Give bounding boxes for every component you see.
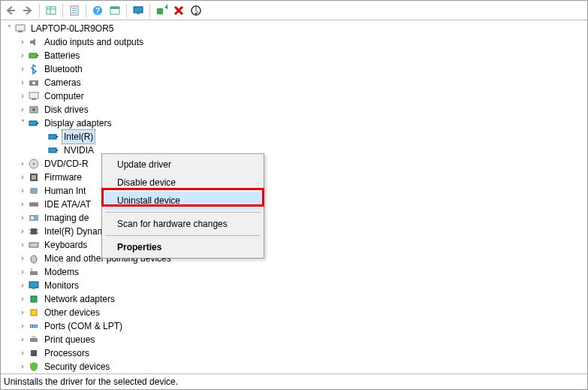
chevron-right-icon[interactable]: ›	[17, 334, 28, 345]
tree-root[interactable]: ˅ LAPTOP-0LJR9OR5	[2, 22, 587, 35]
chevron-right-icon[interactable]: ›	[17, 294, 28, 304]
tree-item-label[interactable]: Processors	[43, 346, 91, 360]
tree-item-label[interactable]: Batteries	[43, 49, 81, 62]
tree-item-label[interactable]: DVD/CD-R	[43, 157, 90, 171]
tree-item-label[interactable]: Ports (COM & LPT)	[43, 319, 124, 333]
chevron-right-icon[interactable]: ›	[17, 64, 28, 74]
svg-rect-16	[16, 25, 25, 31]
tree-item-label[interactable]: Computer	[43, 89, 86, 103]
status-bar: Uninstalls the driver for the selected d…	[1, 374, 587, 389]
computer-icon	[28, 90, 40, 102]
chevron-right-icon[interactable]: ›	[17, 321, 28, 331]
tree-item-label[interactable]: Modems	[43, 265, 80, 279]
tree-item[interactable]: › Disk drives	[2, 103, 587, 116]
tree-item[interactable]: › Computer	[2, 89, 587, 103]
menu-disable-device[interactable]: Disable device	[104, 174, 262, 192]
scan-button[interactable]	[188, 2, 204, 19]
svg-rect-59	[32, 336, 36, 338]
tree-item-label[interactable]: Keyboards	[43, 238, 89, 252]
tree-item-label[interactable]: Other devices	[43, 306, 101, 319]
svg-rect-10	[110, 7, 119, 9]
tree-item[interactable]: › Intel(R) Dynamic Platform and Thermal …	[2, 225, 587, 238]
chevron-right-icon[interactable]: ›	[17, 307, 28, 318]
tree-item-label[interactable]: Security devices	[43, 360, 111, 373]
action-button[interactable]	[107, 2, 123, 19]
chevron-right-icon[interactable]: ›	[17, 91, 28, 101]
tree-item[interactable]: › Batteries	[2, 49, 587, 62]
tree-item-label[interactable]: NVIDIA	[62, 144, 95, 157]
tree-item[interactable]: › Cameras	[2, 76, 587, 89]
chevron-right-icon[interactable]: ›	[17, 213, 28, 223]
view-button[interactable]	[130, 2, 146, 19]
chevron-right-icon[interactable]: ›	[17, 37, 28, 47]
chevron-down-icon[interactable]: ˅	[4, 23, 14, 34]
tree-item[interactable]: › Security devices	[2, 360, 587, 373]
tree-item[interactable]: › Human Int	[2, 184, 587, 198]
chevron-right-icon[interactable]: ›	[17, 104, 28, 115]
tree-item[interactable]: › DVD/CD-R	[2, 157, 587, 171]
tree-item[interactable]: › Audio inputs and outputs	[2, 35, 587, 49]
tree-item-label[interactable]: Network adapters	[43, 292, 116, 306]
chevron-right-icon[interactable]: ›	[17, 199, 28, 210]
chevron-right-icon[interactable]: ›	[17, 226, 28, 237]
back-button[interactable]	[2, 2, 19, 19]
tree-item[interactable]: › Processors	[2, 346, 587, 360]
tree-item-label[interactable]: Firmware	[43, 171, 83, 184]
forward-button[interactable]	[20, 2, 36, 19]
add-hardware-button[interactable]: +	[153, 2, 170, 19]
tree-item[interactable]: › Monitors	[2, 279, 587, 292]
device-tree[interactable]: ˅ LAPTOP-0LJR9OR5 › Audio inputs and out…	[1, 20, 587, 374]
menu-uninstall-device[interactable]: Uninstall device	[104, 192, 262, 210]
tree-item-label[interactable]: Imaging de	[43, 211, 90, 225]
tree-item[interactable]: › Imaging de	[2, 211, 587, 225]
chevron-right-icon[interactable]: ›	[17, 267, 28, 277]
show-hidden-button[interactable]	[43, 2, 59, 19]
chevron-right-icon[interactable]: ›	[17, 348, 28, 358]
remove-button[interactable]	[170, 2, 187, 19]
tree-item-label[interactable]: Cameras	[43, 76, 83, 89]
grid-icon	[45, 5, 57, 17]
tree-item[interactable]: › Ports (COM & LPT)	[2, 319, 587, 333]
properties-button[interactable]	[66, 2, 83, 19]
chevron-right-icon[interactable]: ›	[17, 159, 28, 169]
tree-root-label[interactable]: LAPTOP-0LJR9OR5	[29, 22, 116, 35]
tree-item-label[interactable]: Audio inputs and outputs	[43, 35, 145, 49]
svg-point-55	[31, 325, 32, 327]
tree-item-label[interactable]: Monitors	[43, 279, 80, 292]
tree-item-label[interactable]: IDE ATA/AT	[43, 198, 92, 211]
tree-item[interactable]: › Modems	[2, 265, 587, 279]
tree-item[interactable]: › Print queues	[2, 333, 587, 346]
tree-item-label[interactable]: Bluetooth	[43, 62, 84, 76]
chevron-right-icon[interactable]: ›	[17, 253, 28, 264]
help-button[interactable]: ?	[89, 2, 106, 19]
tree-item-label[interactable]: Print queues	[43, 333, 96, 346]
tree-item[interactable]: › IDE ATA/AT	[2, 198, 587, 211]
tree-item-intel[interactable]: Intel(R)	[2, 130, 587, 144]
tree-item-display-adapters[interactable]: ˅ Display adapters	[2, 116, 587, 130]
menu-update-driver[interactable]: Update driver	[104, 156, 262, 174]
chevron-right-icon[interactable]: ›	[17, 172, 28, 183]
chevron-right-icon[interactable]: ›	[17, 280, 28, 291]
tree-item[interactable]: › Keyboards	[2, 238, 587, 252]
menu-scan-hardware[interactable]: Scan for hardware changes	[104, 215, 262, 233]
battery-icon	[28, 50, 40, 62]
chevron-right-icon[interactable]: ›	[17, 361, 28, 372]
tree-item[interactable]: › Bluetooth	[2, 62, 587, 76]
tree-item-nvidia[interactable]: NVIDIA	[2, 144, 587, 157]
tree-item-label[interactable]: Display adapters	[43, 116, 113, 130]
chevron-right-icon[interactable]: ›	[17, 50, 28, 61]
tree-item-label[interactable]: Intel(R)	[62, 130, 95, 144]
chevron-right-icon[interactable]: ›	[17, 77, 28, 88]
chevron-down-icon[interactable]: ˅	[17, 118, 28, 128]
svg-rect-0	[47, 7, 56, 14]
tree-item[interactable]: › Mice and other pointing devices	[2, 252, 587, 265]
tree-item[interactable]: › Other devices	[2, 306, 587, 319]
tree-item[interactable]: › Network adapters	[2, 292, 587, 306]
chevron-right-icon[interactable]: ›	[17, 186, 28, 196]
menu-properties[interactable]: Properties	[104, 238, 262, 256]
menu-item-label: Update driver	[117, 159, 171, 170]
tree-item-label[interactable]: Disk drives	[43, 103, 90, 116]
tree-item-label[interactable]: Human Int	[43, 184, 87, 198]
chevron-right-icon[interactable]: ›	[17, 240, 28, 250]
tree-item[interactable]: › Firmware	[2, 171, 587, 184]
